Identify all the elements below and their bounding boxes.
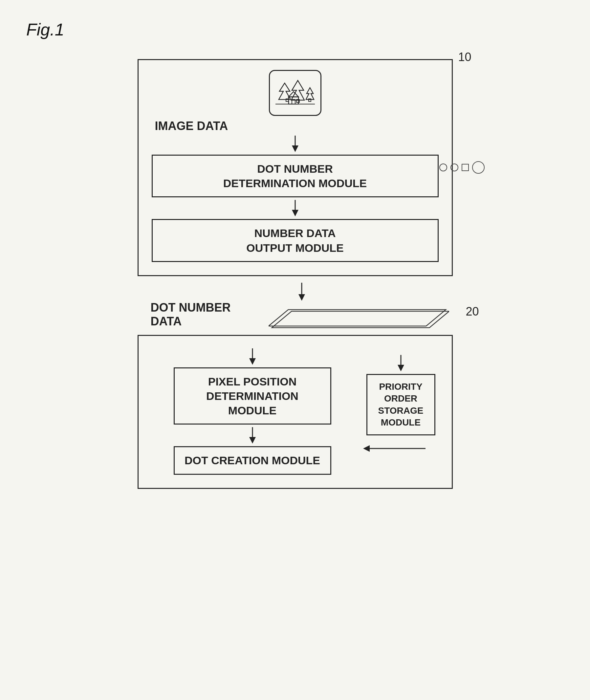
dot-number-determination-module: DOT NUMBERDETERMINATION MODULE	[152, 155, 438, 197]
system-block-10: 10	[137, 59, 453, 276]
between-area: DOT NUMBER DATA 20	[137, 283, 453, 328]
arrow-down-1	[152, 135, 438, 152]
inner-20-layout: PIXEL POSITIONDETERMINATION MODULE DOT C…	[152, 346, 438, 475]
arrow-down-2	[152, 200, 438, 216]
svg-marker-16	[269, 310, 446, 326]
system-block-20: PIXEL POSITIONDETERMINATION MODULE DOT C…	[137, 335, 453, 489]
tape-shape: 20	[269, 306, 453, 324]
small-circle-icon-1	[439, 164, 447, 171]
svg-marker-19	[249, 358, 256, 365]
arrow-down-6	[394, 355, 407, 371]
svg-marker-23	[398, 365, 404, 371]
diagram-container: 10	[26, 59, 564, 489]
page: Fig.1 10	[0, 0, 590, 700]
svg-marker-4	[306, 88, 314, 99]
svg-marker-21	[249, 437, 256, 443]
svg-marker-15	[298, 294, 305, 301]
image-data-label: IMAGE DATA	[155, 119, 438, 133]
arrow-down-3	[295, 283, 308, 301]
image-icon-wrapper	[152, 70, 438, 116]
svg-marker-11	[292, 145, 298, 152]
priority-order-storage-module: PRIORITYORDERSTORAGEMODULE	[367, 374, 435, 436]
dot-number-data-label: DOT NUMBER DATA	[151, 301, 242, 328]
label-20: 20	[466, 305, 479, 318]
arrow-left-indicator	[363, 442, 438, 457]
big-circle-icon	[472, 161, 485, 174]
small-square-icon	[462, 164, 469, 171]
figure-label: Fig.1	[26, 20, 564, 39]
small-circle-icon-2	[451, 164, 458, 171]
right-col-20: PRIORITYORDERSTORAGEMODULE	[363, 352, 438, 457]
dot-creation-module: DOT CREATION MODULE	[174, 446, 331, 475]
image-icon	[269, 70, 321, 116]
pixel-position-determination-module: PIXEL POSITIONDETERMINATION MODULE	[174, 368, 331, 425]
system-label-10: 10	[458, 50, 471, 64]
arrow-down-4	[246, 348, 259, 365]
arrow-down-5	[246, 427, 259, 443]
svg-marker-13	[292, 210, 298, 216]
left-col-20: PIXEL POSITIONDETERMINATION MODULE DOT C…	[152, 346, 353, 475]
landscape-icon	[272, 73, 318, 113]
number-data-output-module: NUMBER DATAOUTPUT MODULE	[152, 219, 438, 262]
svg-marker-17	[272, 311, 449, 328]
svg-marker-25	[363, 445, 370, 452]
side-icons	[439, 161, 485, 174]
